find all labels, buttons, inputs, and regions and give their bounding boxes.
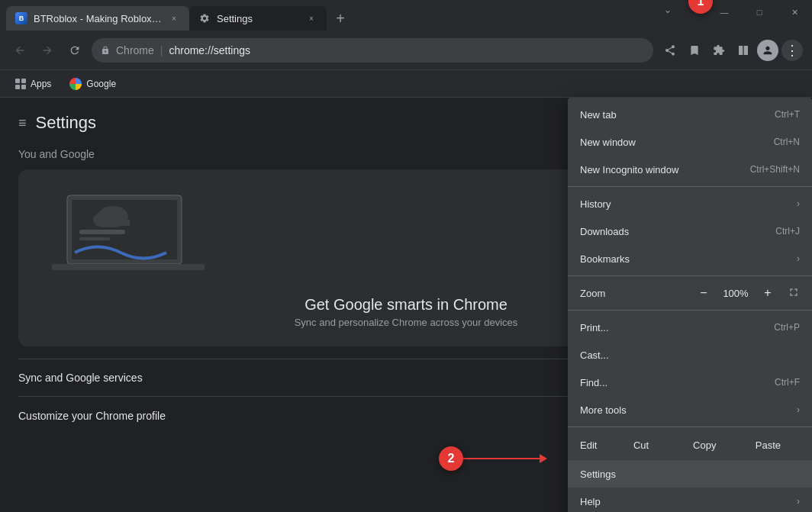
close-button[interactable]: ✕ [777, 0, 812, 24]
edit-label: Edit [580, 440, 597, 451]
new-tab-button[interactable]: + [330, 8, 351, 29]
history-arrow: › [797, 198, 800, 209]
svg-rect-7 [52, 264, 205, 270]
hamburger-menu-icon[interactable]: ≡ [18, 115, 27, 131]
google-label: Google [86, 79, 116, 89]
more-tools-arrow: › [797, 404, 800, 415]
bookmark-icon[interactable] [684, 40, 705, 61]
new-incognito-shortcut: Ctrl+Shift+N [750, 164, 800, 175]
reload-button[interactable] [64, 40, 85, 61]
zoom-fullscreen-button[interactable] [788, 286, 800, 301]
menu-item-settings[interactable]: Settings [568, 460, 812, 488]
print-label: Print... [580, 322, 609, 333]
history-label: History [580, 198, 611, 210]
copy-button[interactable]: Copy [673, 435, 736, 456]
tab-overflow-button[interactable]: ⌄ [664, 5, 672, 15]
bookmarks-arrow: › [797, 253, 800, 264]
find-shortcut: Ctrl+F [775, 377, 800, 388]
menu-item-print[interactable]: Print... Ctrl+P [568, 314, 812, 341]
chrome-dropdown-menu: New tab Ctrl+T New window Ctrl+N New Inc… [568, 98, 812, 512]
tab2-close[interactable]: × [305, 12, 317, 24]
chrome-menu-button[interactable]: ⋮ [781, 40, 803, 61]
zoom-value: 100% [720, 288, 751, 299]
tab2-favicon [198, 12, 211, 24]
url-origin: Chrome [116, 44, 154, 56]
menu-item-downloads[interactable]: Downloads Ctrl+J [568, 217, 812, 245]
card-title: Get Google smarts in Chrome [304, 296, 508, 314]
downloads-shortcut: Ctrl+J [775, 226, 800, 237]
tab-btroblox[interactable]: B BTRoblox - Making Roblox Better × [6, 6, 189, 31]
share-icon[interactable] [659, 40, 681, 61]
menu-item-history[interactable]: History › [568, 190, 812, 217]
bookmarks-label: Bookmarks [580, 253, 630, 265]
address-bar: Chrome | chrome://settings ⋮ [0, 31, 812, 70]
url-separator: | [160, 44, 163, 56]
extensions-icon[interactable] [708, 40, 730, 61]
laptop-illustration [52, 188, 205, 279]
svg-rect-3 [79, 237, 110, 240]
menu-item-more-tools[interactable]: More tools › [568, 396, 812, 423]
zoom-plus-button[interactable]: + [757, 282, 778, 304]
cast-label: Cast... [580, 349, 609, 361]
tab1-close[interactable]: × [168, 12, 180, 24]
paste-button[interactable]: Paste [736, 435, 800, 456]
title-bar: B BTRoblox - Making Roblox Better × Sett… [0, 0, 812, 31]
new-incognito-label: New Incognito window [580, 164, 678, 175]
menu-item-new-incognito[interactable]: New Incognito window Ctrl+Shift+N [568, 156, 812, 183]
content-area: ≡ Settings You and Google [0, 98, 812, 512]
help-label: Help [580, 496, 601, 507]
separator-3 [568, 310, 812, 311]
sync-services-label: Sync and Google services [18, 372, 143, 384]
tab1-title: BTRoblox - Making Roblox Better [34, 13, 162, 24]
toolbar-icons: ⋮ [659, 40, 803, 61]
menu-item-bookmarks[interactable]: Bookmarks › [568, 245, 812, 272]
profile-icon[interactable] [757, 40, 778, 61]
new-window-label: New window [580, 137, 636, 148]
menu-item-zoom: Zoom − 100% + [568, 279, 812, 307]
tab1-favicon: B [15, 12, 27, 24]
tab-settings[interactable]: Settings × [189, 6, 327, 31]
url-path: chrome://settings [169, 44, 250, 56]
separator-2 [568, 275, 812, 276]
cut-button[interactable]: Cut [609, 435, 672, 456]
more-tools-label: More tools [580, 404, 627, 416]
menu-item-find[interactable]: Find... Ctrl+F [568, 369, 812, 396]
customize-profile-label: Customize your Chrome profile [18, 410, 166, 422]
svg-rect-6 [96, 220, 130, 226]
svg-rect-2 [79, 230, 125, 234]
find-label: Find... [580, 377, 607, 388]
apps-grid-icon [15, 79, 26, 89]
apps-label: Apps [31, 79, 51, 89]
card-subtitle: Sync and personalize Chrome across your … [295, 317, 518, 328]
settings-menu-label: Settings [580, 469, 616, 480]
zoom-control: − 100% + [693, 282, 800, 304]
new-tab-shortcut: Ctrl+T [775, 109, 800, 120]
google-favicon [69, 78, 82, 90]
bookmarks-bar: Apps Google [0, 70, 812, 98]
zoom-minus-button[interactable]: − [693, 282, 714, 304]
window-controls: — □ ✕ [707, 0, 812, 24]
maximize-button[interactable]: □ [742, 0, 777, 24]
menu-item-new-window[interactable]: New window Ctrl+N [568, 128, 812, 156]
print-shortcut: Ctrl+P [774, 322, 800, 333]
new-window-shortcut: Ctrl+N [774, 137, 800, 147]
menu-item-cast[interactable]: Cast... [568, 341, 812, 369]
lock-icon [101, 46, 110, 55]
url-bar[interactable]: Chrome | chrome://settings [92, 38, 653, 63]
zoom-label: Zoom [580, 288, 605, 299]
tab2-title: Settings [217, 13, 299, 24]
downloads-label: Downloads [580, 226, 629, 237]
help-arrow: › [797, 496, 800, 507]
split-screen-icon[interactable] [733, 40, 754, 61]
edit-row: Edit Cut Copy Paste [568, 430, 812, 460]
bookmark-google[interactable]: Google [63, 75, 122, 93]
separator-4 [568, 427, 812, 427]
forward-button[interactable] [37, 40, 58, 61]
back-button[interactable] [9, 40, 31, 61]
new-tab-label: New tab [580, 109, 617, 121]
bookmark-apps[interactable]: Apps [9, 76, 57, 92]
settings-page-title: Settings [36, 113, 97, 133]
separator-1 [568, 186, 812, 187]
menu-item-new-tab[interactable]: New tab Ctrl+T [568, 101, 812, 128]
menu-item-help[interactable]: Help › [568, 488, 812, 512]
